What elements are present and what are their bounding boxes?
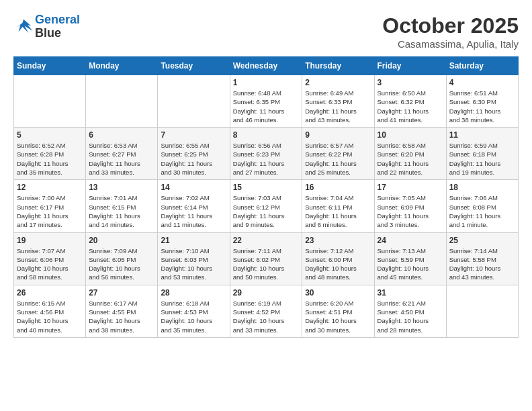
day-info: Sunrise: 7:02 AMSunset: 6:14 PMDaylight:… (161, 193, 226, 229)
day-info: Sunrise: 6:48 AMSunset: 6:35 PMDaylight:… (233, 89, 300, 124)
day-number: 12 (17, 183, 83, 192)
day-info: Sunrise: 7:06 AMSunset: 6:08 PMDaylight:… (449, 193, 515, 229)
calendar-cell: 14Sunrise: 7:02 AMSunset: 6:14 PMDayligh… (158, 180, 230, 232)
day-info: Sunrise: 7:00 AMSunset: 6:17 PMDaylight:… (17, 193, 83, 229)
day-info: Sunrise: 6:49 AMSunset: 6:33 PMDaylight:… (305, 89, 371, 124)
day-info: Sunrise: 6:59 AMSunset: 6:18 PMDaylight:… (449, 141, 515, 177)
calendar-header-row: SundayMondayTuesdayWednesdayThursdayFrid… (14, 57, 519, 75)
day-number: 5 (17, 130, 83, 140)
calendar-cell: 27Sunrise: 6:17 AMSunset: 4:55 PMDayligh… (86, 285, 158, 337)
day-number: 3 (378, 78, 443, 87)
day-number: 16 (305, 183, 371, 192)
calendar-cell: 5Sunrise: 6:52 AMSunset: 6:28 PMDaylight… (14, 128, 86, 180)
calendar-cell: 25Sunrise: 7:14 AMSunset: 5:58 PMDayligh… (446, 232, 518, 285)
day-number: 15 (233, 183, 300, 192)
day-number: 18 (449, 183, 515, 192)
calendar-cell: 20Sunrise: 7:09 AMSunset: 6:05 PMDayligh… (86, 232, 158, 285)
day-number: 19 (17, 236, 83, 245)
day-number: 24 (378, 236, 443, 245)
calendar-cell: 29Sunrise: 6:19 AMSunset: 4:52 PMDayligh… (230, 285, 302, 337)
calendar-cell: 15Sunrise: 7:03 AMSunset: 6:12 PMDayligh… (230, 180, 302, 232)
calendar-cell: 23Sunrise: 7:12 AMSunset: 6:00 PMDayligh… (302, 232, 374, 285)
calendar-cell: 30Sunrise: 6:20 AMSunset: 4:51 PMDayligh… (302, 285, 374, 337)
day-info: Sunrise: 6:51 AMSunset: 6:30 PMDaylight:… (449, 89, 515, 124)
calendar-week-row: 12Sunrise: 7:00 AMSunset: 6:17 PMDayligh… (14, 180, 519, 232)
day-info: Sunrise: 6:19 AMSunset: 4:52 PMDaylight:… (233, 299, 300, 334)
day-info: Sunrise: 6:17 AMSunset: 4:55 PMDaylight:… (89, 299, 154, 334)
day-number: 2 (305, 78, 371, 87)
calendar-cell: 4Sunrise: 6:51 AMSunset: 6:30 PMDaylight… (446, 75, 518, 128)
calendar-cell: 31Sunrise: 6:21 AMSunset: 4:50 PMDayligh… (374, 285, 446, 337)
day-info: Sunrise: 7:12 AMSunset: 6:00 PMDaylight:… (305, 246, 371, 282)
day-info: Sunrise: 7:04 AMSunset: 6:11 PMDaylight:… (305, 193, 371, 229)
day-number: 25 (449, 236, 515, 245)
calendar-cell (446, 285, 518, 337)
day-info: Sunrise: 7:07 AMSunset: 6:06 PMDaylight:… (17, 246, 83, 282)
day-number: 13 (89, 183, 154, 192)
day-number: 7 (161, 130, 226, 140)
calendar-cell: 19Sunrise: 7:07 AMSunset: 6:06 PMDayligh… (14, 232, 86, 285)
day-info: Sunrise: 6:50 AMSunset: 6:32 PMDaylight:… (378, 89, 443, 124)
calendar-cell: 1Sunrise: 6:48 AMSunset: 6:35 PMDaylight… (230, 75, 302, 128)
day-number: 11 (449, 130, 515, 140)
day-info: Sunrise: 7:14 AMSunset: 5:58 PMDaylight:… (449, 246, 515, 282)
day-number: 6 (89, 130, 154, 140)
title-block: October 2025 Casamassima, Apulia, Italy (382, 13, 519, 50)
calendar-cell: 12Sunrise: 7:00 AMSunset: 6:17 PMDayligh… (14, 180, 86, 232)
calendar-cell (14, 75, 86, 128)
page-header: General Blue October 2025 Casamassima, A… (13, 13, 519, 50)
calendar-table: SundayMondayTuesdayWednesdayThursdayFrid… (13, 56, 519, 338)
day-info: Sunrise: 6:52 AMSunset: 6:28 PMDaylight:… (17, 141, 83, 177)
day-info: Sunrise: 6:15 AMSunset: 4:56 PMDaylight:… (17, 299, 83, 334)
calendar-cell: 11Sunrise: 6:59 AMSunset: 6:18 PMDayligh… (446, 128, 518, 180)
day-number: 14 (161, 183, 226, 192)
day-info: Sunrise: 7:10 AMSunset: 6:03 PMDaylight:… (161, 246, 226, 282)
day-info: Sunrise: 7:05 AMSunset: 6:09 PMDaylight:… (378, 193, 443, 229)
day-number: 23 (305, 236, 371, 245)
calendar-cell (86, 75, 158, 128)
calendar-cell: 16Sunrise: 7:04 AMSunset: 6:11 PMDayligh… (302, 180, 374, 232)
day-info: Sunrise: 6:55 AMSunset: 6:25 PMDaylight:… (161, 141, 226, 177)
day-number: 21 (161, 236, 226, 245)
calendar-cell: 6Sunrise: 6:53 AMSunset: 6:27 PMDaylight… (86, 128, 158, 180)
calendar-cell: 9Sunrise: 6:57 AMSunset: 6:22 PMDaylight… (302, 128, 374, 180)
weekday-header-tuesday: Tuesday (158, 57, 230, 75)
day-info: Sunrise: 6:56 AMSunset: 6:23 PMDaylight:… (233, 141, 300, 177)
day-number: 27 (89, 288, 154, 298)
calendar-cell: 3Sunrise: 6:50 AMSunset: 6:32 PMDaylight… (374, 75, 446, 128)
weekday-header-friday: Friday (374, 57, 446, 75)
day-number: 22 (233, 236, 300, 245)
calendar-cell: 2Sunrise: 6:49 AMSunset: 6:33 PMDaylight… (302, 75, 374, 128)
calendar-cell: 22Sunrise: 7:11 AMSunset: 6:02 PMDayligh… (230, 232, 302, 285)
day-info: Sunrise: 7:13 AMSunset: 5:59 PMDaylight:… (378, 246, 443, 282)
calendar-week-row: 19Sunrise: 7:07 AMSunset: 6:06 PMDayligh… (14, 232, 519, 285)
day-info: Sunrise: 6:18 AMSunset: 4:53 PMDaylight:… (161, 299, 226, 334)
day-info: Sunrise: 6:53 AMSunset: 6:27 PMDaylight:… (89, 141, 154, 177)
day-number: 17 (378, 183, 443, 192)
logo-text: General Blue (35, 13, 80, 40)
day-info: Sunrise: 6:20 AMSunset: 4:51 PMDaylight:… (305, 299, 371, 334)
weekday-header-saturday: Saturday (446, 57, 518, 75)
calendar-cell: 17Sunrise: 7:05 AMSunset: 6:09 PMDayligh… (374, 180, 446, 232)
day-number: 1 (233, 78, 300, 87)
day-info: Sunrise: 7:03 AMSunset: 6:12 PMDaylight:… (233, 193, 300, 229)
day-info: Sunrise: 6:21 AMSunset: 4:50 PMDaylight:… (378, 299, 443, 334)
month-title: October 2025 (382, 13, 519, 38)
day-number: 4 (449, 78, 515, 87)
day-number: 31 (378, 288, 443, 298)
weekday-header-thursday: Thursday (302, 57, 374, 75)
calendar-cell: 24Sunrise: 7:13 AMSunset: 5:59 PMDayligh… (374, 232, 446, 285)
day-number: 28 (161, 288, 226, 298)
day-number: 26 (17, 288, 83, 298)
day-number: 29 (233, 288, 300, 298)
calendar-cell: 18Sunrise: 7:06 AMSunset: 6:08 PMDayligh… (446, 180, 518, 232)
calendar-cell: 26Sunrise: 6:15 AMSunset: 4:56 PMDayligh… (14, 285, 86, 337)
calendar-week-row: 5Sunrise: 6:52 AMSunset: 6:28 PMDaylight… (14, 128, 519, 180)
calendar-cell: 7Sunrise: 6:55 AMSunset: 6:25 PMDaylight… (158, 128, 230, 180)
day-info: Sunrise: 7:09 AMSunset: 6:05 PMDaylight:… (89, 246, 154, 282)
day-number: 10 (378, 130, 443, 140)
day-info: Sunrise: 6:58 AMSunset: 6:20 PMDaylight:… (378, 141, 443, 177)
day-info: Sunrise: 7:01 AMSunset: 6:15 PMDaylight:… (89, 193, 154, 229)
location-subtitle: Casamassima, Apulia, Italy (382, 38, 519, 50)
calendar-cell: 10Sunrise: 6:58 AMSunset: 6:20 PMDayligh… (374, 128, 446, 180)
